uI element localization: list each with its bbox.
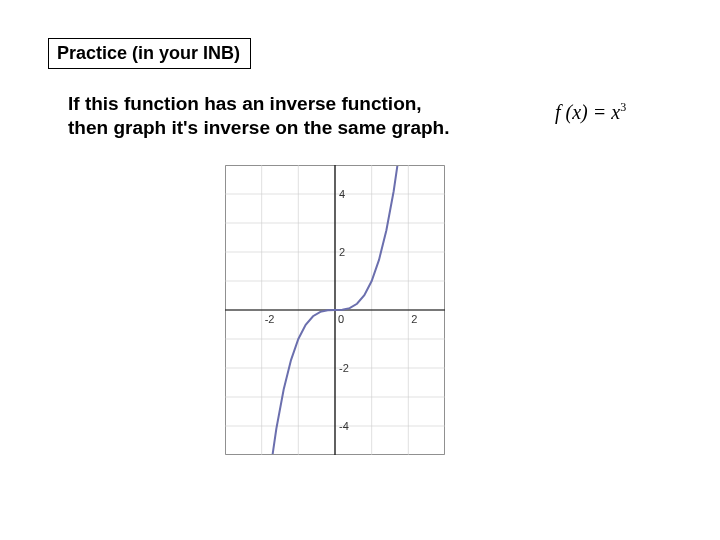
formula-eq: = bbox=[588, 101, 612, 123]
practice-title: Practice (in your INB) bbox=[57, 43, 240, 63]
svg-text:-4: -4 bbox=[339, 420, 349, 432]
svg-text:2: 2 bbox=[411, 313, 417, 325]
prompt-text: If this function has an inverse function… bbox=[68, 92, 528, 140]
cubic-graph: -202-4-224 bbox=[225, 165, 445, 455]
svg-text:0: 0 bbox=[338, 313, 344, 325]
function-formula: f (x) = x3 bbox=[555, 100, 626, 124]
svg-text:4: 4 bbox=[339, 188, 345, 200]
formula-lhs: f (x) bbox=[555, 101, 588, 123]
formula-rhs-base: x bbox=[611, 101, 620, 123]
formula-rhs-exp: 3 bbox=[620, 100, 626, 114]
prompt-line-2: then graph it's inverse on the same grap… bbox=[68, 117, 449, 138]
practice-title-box: Practice (in your INB) bbox=[48, 38, 251, 69]
slide: Practice (in your INB) If this function … bbox=[0, 0, 720, 540]
prompt-line-1: If this function has an inverse function… bbox=[68, 93, 422, 114]
svg-text:-2: -2 bbox=[265, 313, 275, 325]
svg-text:2: 2 bbox=[339, 246, 345, 258]
svg-text:-2: -2 bbox=[339, 362, 349, 374]
